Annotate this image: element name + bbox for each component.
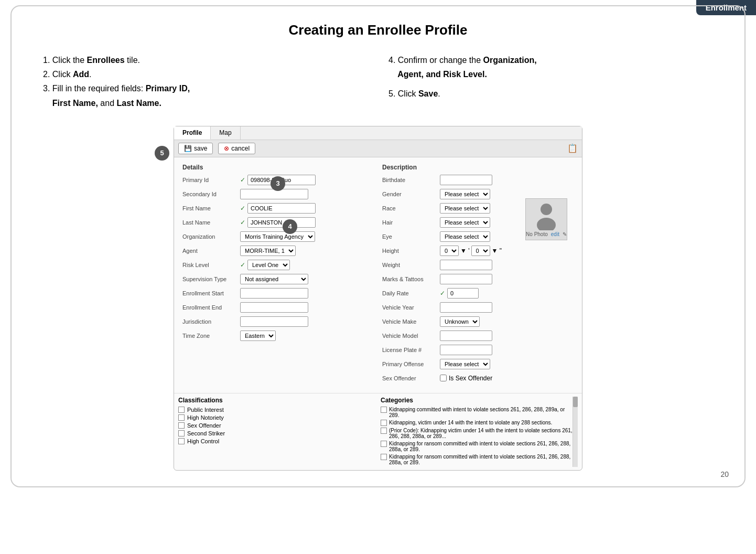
form-right: Description No Photo edit ✎: [378, 162, 578, 389]
step-2: 2. Click Add.: [43, 67, 368, 81]
category-1: Kidnapping committed with intent to viol…: [381, 407, 573, 418]
step-2-after: .: [89, 70, 91, 79]
label-gender: Gender: [382, 191, 440, 197]
input-enrollment-start[interactable]: [240, 288, 308, 299]
category-4: Kidnapping for ransom committed with int…: [381, 441, 573, 452]
select-organization[interactable]: Morris Training Agency: [240, 231, 315, 242]
select-vehicle-make[interactable]: Unknown: [440, 316, 480, 327]
select-eye[interactable]: Please select: [440, 231, 490, 242]
step-circle-4: 4: [283, 219, 297, 234]
value-agent: MORR-TIME, 1: [240, 246, 374, 256]
input-marks-tattoos[interactable]: [440, 274, 492, 284]
select-risk-level[interactable]: Level One: [247, 260, 290, 270]
field-weight: Weight: [382, 259, 574, 271]
select-gender[interactable]: Please select: [440, 189, 490, 199]
checkbox-high-control[interactable]: [178, 438, 185, 444]
input-jurisdiction[interactable]: [240, 316, 308, 327]
input-secondary-id[interactable]: [240, 189, 308, 199]
input-enrollment-end[interactable]: [240, 302, 308, 313]
step-5-text: 5. Click Save.: [388, 89, 440, 98]
checkbox-cat-3[interactable]: [381, 428, 387, 434]
input-daily-rate[interactable]: [447, 288, 479, 299]
cat-5-text: Kidnapping for ransom committed with int…: [389, 454, 573, 465]
label-sex-offender-class: Sex Offender: [187, 422, 221, 429]
label-high-control: High Control: [187, 438, 219, 444]
select-primary-offense[interactable]: Please select: [440, 359, 490, 369]
classifications-section: Classifications Public Interest High Not…: [178, 397, 375, 467]
label-license-plate: License Plate #: [382, 347, 440, 353]
checkbox-cat-4[interactable]: [381, 441, 387, 447]
field-primary-offense: Primary Offense Please select: [382, 358, 574, 370]
input-first-name[interactable]: [247, 203, 316, 214]
label-hair: Hair: [382, 219, 440, 226]
page-number: 20: [720, 470, 729, 478]
value-jurisdiction: [240, 316, 374, 327]
select-race[interactable]: Please select: [440, 203, 490, 214]
select-hair[interactable]: Please select: [440, 217, 490, 228]
input-vehicle-year[interactable]: [440, 302, 492, 313]
label-vehicle-make: Vehicle Make: [382, 318, 440, 325]
svg-point-0: [541, 204, 552, 215]
select-height-in[interactable]: 0: [471, 246, 490, 256]
form-left: Details Primary Id ✓ Secondary Id: [178, 162, 378, 389]
value-enrollment-start: [240, 288, 374, 299]
field-jurisdiction: Jurisdiction: [182, 316, 374, 327]
label-vehicle-model: Vehicle Model: [382, 333, 440, 339]
field-first-name: First Name ✓: [182, 203, 374, 214]
value-last-name: ✓: [240, 217, 374, 228]
checkbox-cat-2[interactable]: [381, 420, 387, 426]
label-supervision-type: Supervision Type: [182, 276, 240, 282]
category-2: Kidnapping, victim under 14 with the int…: [381, 420, 573, 426]
input-weight[interactable]: [440, 260, 492, 270]
step-1: 1. Click the Enrollees tile.: [43, 53, 368, 67]
check-last-name: ✓: [240, 219, 245, 226]
value-daily-rate: ✓: [440, 288, 574, 299]
scrollbar-thumb: [573, 397, 578, 407]
categories-list: Categories Kidnapping committed with int…: [381, 397, 573, 467]
sex-offender-label: Is Sex Offender: [449, 375, 492, 382]
checkbox-cat-5[interactable]: [381, 454, 387, 460]
photo-area: No Photo edit ✎: [525, 198, 567, 240]
save-label: save: [194, 145, 207, 152]
edit-photo-btn[interactable]: edit: [551, 231, 559, 237]
label-primary-id: Primary Id: [182, 177, 240, 183]
field-sex-offender: Sex Offender Is Sex Offender: [382, 372, 574, 384]
select-supervision-type[interactable]: Not assigned: [240, 274, 308, 284]
categories-scrollbar[interactable]: [573, 397, 578, 467]
step-3: 3. Fill in the required fields: Primary …: [43, 81, 368, 110]
classification-second-striker: Second Striker: [178, 430, 375, 436]
step-1-bold: Enrollees: [87, 56, 125, 65]
tab-map[interactable]: Map: [211, 126, 240, 140]
checkbox-sex-offender[interactable]: [440, 375, 447, 381]
label-enrollment-end: Enrollment End: [182, 304, 240, 311]
checkbox-second-striker[interactable]: [178, 430, 185, 436]
cancel-button[interactable]: ⊗ cancel: [218, 143, 255, 154]
select-height-ft[interactable]: 0: [440, 246, 459, 256]
steps-grid: 1. Click the Enrollees tile. 2. Click Ad…: [43, 53, 713, 110]
label-weight: Weight: [382, 262, 440, 268]
cancel-label: cancel: [231, 145, 250, 152]
select-time-zone[interactable]: Eastern: [240, 331, 276, 341]
steps-col-1: 1. Click the Enrollees tile. 2. Click Ad…: [43, 53, 368, 110]
select-agent[interactable]: MORR-TIME, 1: [240, 246, 296, 256]
checkbox-high-notoriety[interactable]: [178, 414, 185, 421]
label-birthdate: Birthdate: [382, 177, 440, 183]
save-button[interactable]: 💾 save: [178, 143, 213, 154]
input-last-name[interactable]: [247, 217, 316, 228]
label-organization: Organization: [182, 233, 240, 240]
label-public-interest: Public Interest: [187, 407, 224, 413]
input-birthdate[interactable]: [440, 175, 492, 185]
checkbox-public-interest[interactable]: [178, 407, 185, 413]
value-organization: Morris Training Agency: [240, 231, 374, 242]
tabs-row: Profile Map: [174, 126, 582, 140]
photo-edit-icon[interactable]: ✎: [563, 231, 567, 237]
step-circle-5: 5: [155, 146, 169, 161]
cat-1-text: Kidnapping committed with intent to viol…: [389, 407, 573, 418]
checkbox-sex-offender-class[interactable]: [178, 422, 185, 429]
cancel-icon: ⊗: [224, 145, 229, 152]
value-primary-offense: Please select: [440, 359, 574, 369]
input-vehicle-model[interactable]: [440, 331, 492, 341]
input-license-plate[interactable]: [440, 345, 492, 355]
tab-profile[interactable]: Profile: [174, 126, 211, 140]
checkbox-cat-1[interactable]: [381, 407, 387, 413]
